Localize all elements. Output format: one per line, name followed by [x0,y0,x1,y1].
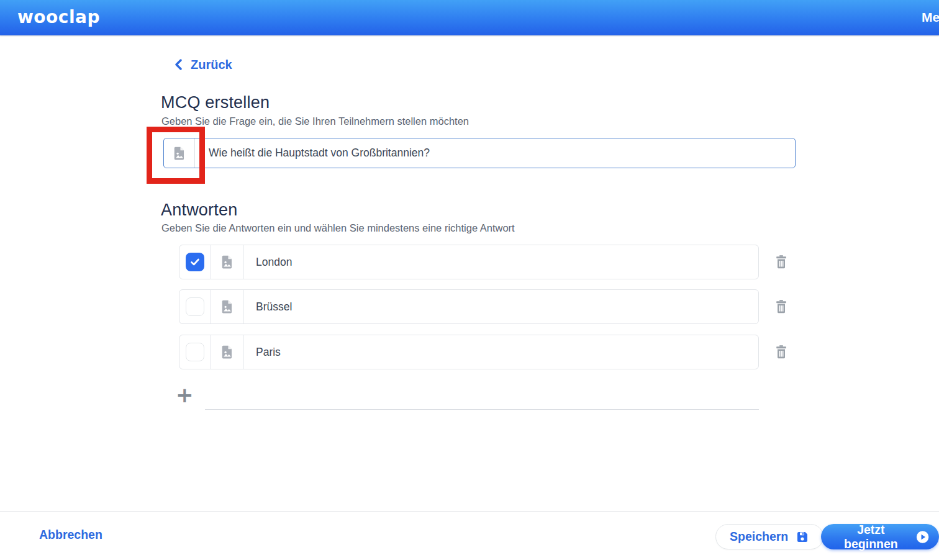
save-button[interactable]: Speichern [715,524,823,549]
correct-answer-checkbox-unchecked[interactable] [186,297,204,316]
delete-answer-button[interactable] [773,343,789,361]
checkbox-cell [179,335,211,369]
add-answer-image-button[interactable] [211,335,244,369]
start-now-button-label: Jetzt beginnen [833,523,909,551]
trash-icon [774,299,789,315]
start-now-button[interactable]: Jetzt beginnen [821,524,939,549]
answer-row: London [179,245,759,279]
answers-subtitle: Geben Sie die Antworten ein und wählen S… [161,222,515,234]
checkbox-cell [179,245,211,279]
answer-text-input[interactable]: Brüssel [244,290,758,323]
correct-answer-checkbox-unchecked[interactable] [186,343,204,361]
wooclap-logo[interactable]: wooclap [17,7,100,27]
empty-answer-input-underline[interactable] [205,409,759,410]
delete-answer-button[interactable] [773,298,789,315]
trash-icon [774,254,789,270]
cancel-button[interactable]: Abbrechen [39,528,102,542]
question-text-value[interactable]: Wie heißt die Hauptstadt von Großbritann… [195,138,795,168]
question-subtitle: Geben Sie die Frage ein, die Sie Ihren T… [161,115,469,127]
answer-row: Brüssel [179,289,759,324]
delete-answer-button[interactable] [773,253,789,271]
header-menu-label-cropped[interactable]: Me [922,10,939,25]
trash-icon [774,344,789,360]
add-question-image-button[interactable] [164,138,195,168]
answers-title: Antworten [161,201,237,220]
question-input[interactable]: Wie heißt die Hauptstadt von Großbritann… [163,138,796,168]
checkbox-cell [179,290,211,323]
add-answer-image-button[interactable] [211,290,244,323]
save-floppy-icon [796,530,809,544]
chevron-left-icon [175,59,182,70]
app-header: wooclap Me [0,0,939,35]
image-file-icon [219,299,235,315]
image-file-icon [219,254,235,270]
back-label: Zurück [191,58,232,72]
add-answer-button[interactable]: + [176,386,193,404]
save-button-label: Speichern [730,530,788,544]
answer-text-input[interactable]: London [244,245,758,279]
image-file-icon [219,344,235,360]
add-answer-image-button[interactable] [211,245,244,279]
footer-divider [0,511,939,512]
answer-text-input[interactable]: Paris [244,335,758,369]
image-file-icon [171,145,188,161]
correct-answer-checkbox-checked[interactable] [186,253,204,271]
play-icon [916,530,929,544]
checkmark-icon [189,256,201,268]
back-button[interactable]: Zurück [175,56,232,73]
page-title: MCQ erstellen [161,93,270,112]
answer-row: Paris [179,335,759,369]
mcq-editor-page: wooclap Me Zurück MCQ erstellen Geben Si… [0,0,939,560]
